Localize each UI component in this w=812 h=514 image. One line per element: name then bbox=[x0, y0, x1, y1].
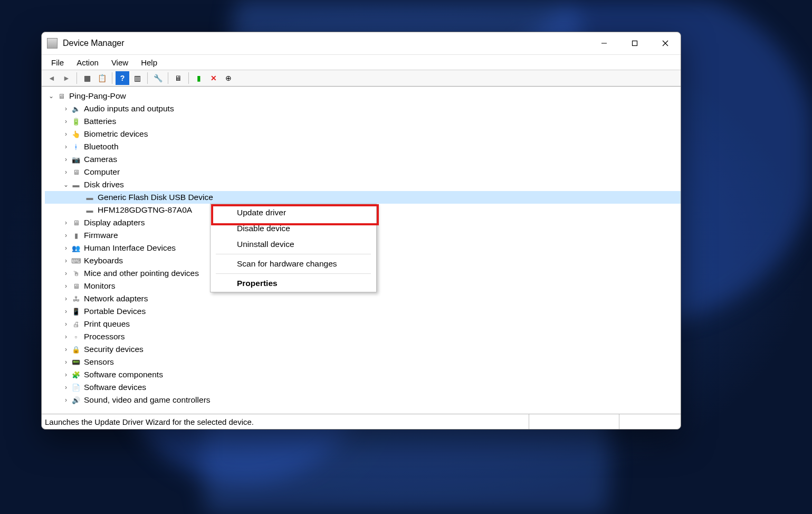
uninstall-button[interactable]: ✕ bbox=[207, 71, 221, 85]
menu-view[interactable]: View bbox=[106, 56, 133, 69]
tree-node[interactable]: ›🖥Computer bbox=[45, 166, 681, 178]
device-icon: 👥 bbox=[71, 243, 81, 253]
tree-node[interactable]: ›🧩Software components bbox=[45, 368, 681, 381]
expander-icon[interactable]: › bbox=[62, 156, 70, 163]
expander-icon[interactable]: › bbox=[62, 308, 70, 315]
tree-label: Disk drives bbox=[84, 180, 124, 189]
titlebar: Device Manager bbox=[42, 32, 681, 55]
minimize-button[interactable] bbox=[589, 32, 619, 54]
expander-icon[interactable]: › bbox=[62, 118, 70, 125]
expander-icon[interactable]: › bbox=[62, 282, 70, 290]
device-icon: 🔋 bbox=[71, 117, 81, 126]
expander-icon[interactable]: › bbox=[62, 105, 70, 112]
maximize-button[interactable] bbox=[619, 32, 650, 54]
tree-node[interactable]: ›📄Software devices bbox=[45, 381, 681, 394]
back-button[interactable]: ◄ bbox=[45, 71, 59, 85]
expander-icon[interactable]: › bbox=[62, 168, 70, 176]
device-icon: 🖥 bbox=[56, 91, 66, 101]
tree-label: Cameras bbox=[84, 155, 117, 164]
enable-button[interactable]: ▮ bbox=[192, 71, 206, 85]
tree-node[interactable]: ›🔊Sound, video and game controllers bbox=[45, 394, 681, 406]
app-icon bbox=[47, 38, 58, 49]
tree-node[interactable]: ›📷Cameras bbox=[45, 153, 681, 166]
tree-node[interactable]: ›🖧Network adapters bbox=[45, 292, 681, 305]
expander-icon[interactable]: › bbox=[62, 346, 70, 353]
show-hidden-button[interactable]: ▦ bbox=[80, 71, 94, 85]
tree-node[interactable]: ›🔋Batteries bbox=[45, 115, 681, 128]
tree-node[interactable]: ›👆Biometric devices bbox=[45, 128, 681, 140]
menu-file[interactable]: File bbox=[46, 56, 69, 69]
tree-label: Batteries bbox=[84, 117, 116, 126]
device-icon: ▬ bbox=[85, 193, 94, 202]
context-menu: Update driverDisable deviceUninstall dev… bbox=[210, 204, 377, 292]
tree-node[interactable]: ›📱Portable Devices bbox=[45, 305, 681, 318]
tree-label: Ping-Pang-Pow bbox=[69, 91, 126, 101]
tree-label: HFM128GDGTNG-87A0A bbox=[98, 205, 192, 215]
tree-label: Audio inputs and outputs bbox=[84, 104, 174, 113]
context-menu-item[interactable]: Disable device bbox=[211, 221, 376, 236]
tree-label: Human Interface Devices bbox=[84, 243, 176, 253]
expander-icon[interactable]: › bbox=[62, 371, 70, 378]
help-button[interactable]: ? bbox=[116, 71, 129, 85]
expander-icon[interactable]: › bbox=[62, 320, 70, 328]
expander-icon[interactable]: › bbox=[62, 130, 70, 138]
context-menu-item[interactable]: Uninstall device bbox=[211, 236, 376, 252]
device-icon: 🔒 bbox=[71, 345, 81, 354]
expander-icon[interactable]: › bbox=[62, 257, 70, 264]
expander-icon[interactable]: › bbox=[62, 244, 70, 252]
expander-icon[interactable]: ⌄ bbox=[62, 181, 70, 188]
properties-button[interactable]: 📋 bbox=[95, 71, 109, 85]
tree-node[interactable]: ›🔒Security devices bbox=[45, 343, 681, 356]
tree-label: Software devices bbox=[84, 383, 146, 392]
computer-icon[interactable]: 🖥 bbox=[171, 71, 185, 85]
device-icon: ▫ bbox=[71, 332, 81, 341]
tree-label: Sound, video and game controllers bbox=[84, 395, 211, 405]
scan-button[interactable]: ▥ bbox=[130, 71, 144, 85]
context-menu-item[interactable]: Scan for hardware changes bbox=[211, 256, 376, 272]
device-icon: 🖥 bbox=[71, 218, 81, 227]
tree-label: Processors bbox=[84, 332, 125, 341]
context-menu-item[interactable]: Properties bbox=[211, 275, 376, 291]
device-icon: 🖥 bbox=[71, 167, 81, 177]
tree-node[interactable]: ⌄🖥Ping-Pang-Pow bbox=[45, 90, 681, 102]
expander-icon[interactable]: › bbox=[62, 143, 70, 150]
menu-action[interactable]: Action bbox=[71, 56, 104, 69]
expander-icon[interactable]: ⌄ bbox=[47, 92, 55, 100]
expander-icon[interactable]: › bbox=[62, 270, 70, 277]
menubar: File Action View Help bbox=[42, 55, 681, 70]
tree-label: Generic Flash Disk USB Device bbox=[98, 193, 213, 202]
device-icon: 🖥 bbox=[71, 281, 81, 291]
device-icon: ⌨ bbox=[71, 256, 81, 265]
tree-node[interactable]: ›▫Processors bbox=[45, 330, 681, 343]
tree-node[interactable]: ›🖨Print queues bbox=[45, 318, 681, 330]
close-button[interactable] bbox=[650, 32, 681, 54]
expander-icon[interactable]: › bbox=[62, 295, 70, 302]
device-icon: 📱 bbox=[71, 307, 81, 316]
device-icon: 📷 bbox=[71, 155, 81, 164]
tree-label: Portable Devices bbox=[84, 307, 146, 316]
scan-hardware-button[interactable]: ⊕ bbox=[222, 71, 235, 85]
tree-node[interactable]: ›ᚼBluetooth bbox=[45, 140, 681, 153]
tree-node[interactable]: ›📟Sensors bbox=[45, 356, 681, 368]
device-icon: 👆 bbox=[71, 129, 81, 139]
forward-button[interactable]: ► bbox=[60, 71, 73, 85]
expander-icon[interactable]: › bbox=[62, 396, 70, 404]
tree-label: Software components bbox=[84, 370, 163, 379]
expander-icon[interactable]: › bbox=[62, 219, 70, 226]
tree-label: Bluetooth bbox=[84, 142, 119, 151]
device-icon: 🔈 bbox=[71, 104, 81, 113]
tree-label: Security devices bbox=[84, 345, 144, 354]
menu-help[interactable]: Help bbox=[136, 56, 163, 69]
expander-icon[interactable]: › bbox=[62, 384, 70, 391]
tree-node[interactable]: ⌄▬Disk drives bbox=[45, 178, 681, 191]
expander-icon[interactable]: › bbox=[62, 232, 70, 239]
expander-icon[interactable]: › bbox=[62, 358, 70, 366]
tree-node[interactable]: ▬Generic Flash Disk USB Device bbox=[45, 191, 681, 204]
tree-label: Network adapters bbox=[84, 294, 148, 303]
tree-node[interactable]: ›🔈Audio inputs and outputs bbox=[45, 102, 681, 115]
device-icon: ▬ bbox=[71, 180, 81, 189]
context-menu-item[interactable]: Update driver bbox=[211, 205, 376, 221]
statusbar: Launches the Update Driver Wizard for th… bbox=[42, 414, 681, 429]
update-driver-button[interactable]: 🔧 bbox=[151, 71, 165, 85]
expander-icon[interactable]: › bbox=[62, 333, 70, 340]
